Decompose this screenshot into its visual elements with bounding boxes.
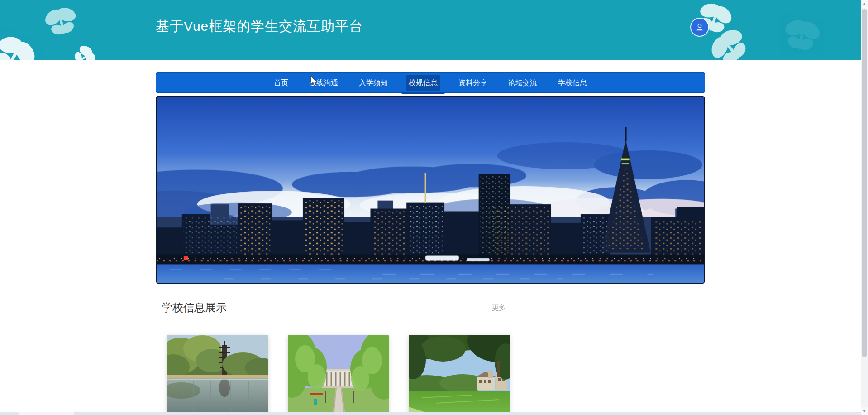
taskbar-edge (0, 412, 868, 415)
school-image-card[interactable] (288, 335, 389, 415)
user-icon (695, 22, 705, 32)
city-skyline-image (157, 97, 704, 283)
nav-item-admission-notice[interactable]: 入学须知 (356, 75, 391, 91)
nav-item-home[interactable]: 首页 (271, 75, 291, 91)
page: 基于Vue框架的学生交流互助平台 首页 在线沟通 入学须知 校规信息 资料分享 … (0, 0, 868, 415)
butterfly-icon (36, 0, 87, 47)
nav-item-school-rules[interactable]: 校规信息 (406, 75, 440, 91)
nav-item-resource-share[interactable]: 资料分享 (456, 75, 490, 91)
butterfly-icon (63, 37, 104, 60)
butterfly-icon (0, 23, 49, 60)
site-title: 基于Vue框架的学生交流互助平台 (156, 17, 363, 36)
scroll-up-icon[interactable]: ▲ (861, 0, 868, 8)
hero-banner (156, 96, 705, 284)
main-nav: 首页 在线沟通 入学须知 校规信息 资料分享 论坛交流 学校信息 (156, 72, 705, 93)
campus-lake-pagoda-image (167, 335, 268, 415)
school-card-list (167, 335, 510, 415)
section-title: 学校信息展示 (162, 300, 227, 315)
scroll-down-icon[interactable]: ▼ (861, 407, 868, 415)
butterfly-icon (773, 11, 830, 60)
nav-item-online-chat[interactable]: 在线沟通 (306, 75, 341, 91)
site-header: 基于Vue框架的学生交流互助平台 (0, 0, 861, 60)
nav-item-school-info[interactable]: 学校信息 (555, 75, 590, 91)
vertical-scrollbar-thumb[interactable] (862, 9, 867, 357)
butterfly-icon (697, 15, 765, 60)
user-avatar-button[interactable] (691, 19, 708, 36)
nav-item-forum[interactable]: 论坛交流 (506, 75, 540, 91)
school-section-header: 学校信息展示 更多 (162, 300, 506, 315)
campus-lawn-image (409, 335, 510, 415)
school-image-card[interactable] (167, 335, 268, 415)
vertical-scrollbar[interactable]: ▲ ▼ (861, 0, 868, 415)
campus-path-building-image (288, 335, 389, 415)
more-link[interactable]: 更多 (492, 304, 506, 312)
horizontal-scrollbar-thumb[interactable] (19, 412, 74, 415)
school-image-card[interactable] (409, 335, 510, 415)
